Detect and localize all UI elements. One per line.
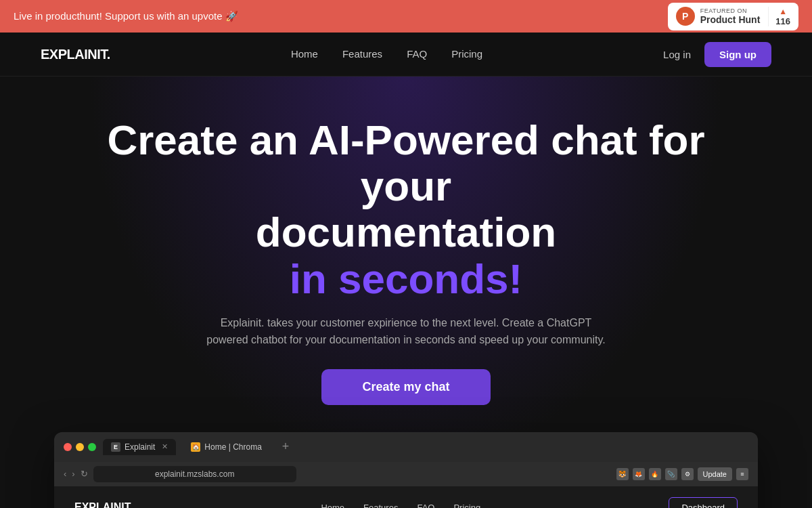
maximize-dot[interactable] [88, 443, 96, 451]
browser-menu-icon[interactable]: ≡ [736, 468, 748, 480]
inner-nav-pricing[interactable]: Pricing [453, 503, 480, 508]
inner-logo: EXPLAINIT. [74, 501, 133, 508]
browser-navigation: ‹ › ↻ explainit.mzslabs.com 🐯 🦊 🔥 📎 ⚙ Up… [54, 462, 758, 486]
product-hunt-text: FEATURED ON Product Hunt [700, 7, 761, 25]
nav-features[interactable]: Features [342, 48, 382, 60]
tab2-favicon: 🏠 [191, 442, 200, 452]
inner-nav-home[interactable]: Home [321, 503, 344, 508]
nav-faq[interactable]: FAQ [407, 48, 427, 60]
logo[interactable]: EXPLAINIT. [41, 47, 110, 62]
back-button[interactable]: ‹ [64, 469, 66, 479]
banner-text: Live in producthunt! Support us with an … [14, 10, 238, 22]
browser-mockup: E Explainit ✕ 🏠 Home | Chroma + ‹ › ↻ ex… [54, 432, 758, 508]
nav-pricing[interactable]: Pricing [451, 48, 482, 60]
main-navbar: EXPLAINIT. Home Features FAQ Pricing Log… [0, 33, 812, 77]
product-hunt-icon: P [676, 7, 695, 26]
signup-button[interactable]: Sign up [704, 42, 771, 67]
browser-icon-4[interactable]: 📎 [665, 468, 677, 480]
new-tab-button[interactable]: + [277, 440, 295, 454]
browser-icon-2[interactable]: 🦊 [633, 468, 645, 480]
nav-links: Home Features FAQ Pricing [291, 48, 482, 60]
browser-icon-1[interactable]: 🐯 [616, 468, 629, 480]
close-dot[interactable] [64, 443, 72, 451]
browser-icon-5[interactable]: ⚙ [681, 468, 694, 480]
address-bar[interactable]: explainit.mzslabs.com [93, 466, 296, 482]
browser-content: EXPLAINIT. Home Features FAQ Pricing Das… [54, 486, 758, 508]
inner-nav-faq[interactable]: FAQ [417, 503, 434, 508]
browser-icon-3[interactable]: 🔥 [649, 468, 661, 480]
forward-button[interactable]: › [72, 469, 74, 479]
hero-section: Create an AI-Powered chat for your docum… [0, 77, 812, 508]
window-controls [64, 443, 96, 451]
tab-close[interactable]: ✕ [162, 442, 168, 451]
inner-navbar: EXPLAINIT. Home Features FAQ Pricing Das… [54, 486, 758, 508]
tab-favicon: E [111, 442, 120, 452]
announcement-banner: Live in producthunt! Support us with an … [0, 0, 812, 33]
inner-nav-links: Home Features FAQ Pricing [321, 501, 480, 508]
inner-nav-features[interactable]: Features [363, 503, 398, 508]
browser-tab-active[interactable]: E Explainit ✕ [103, 439, 176, 455]
reload-button[interactable]: ↻ [81, 469, 88, 479]
product-hunt-count: ▲ 116 [768, 7, 790, 26]
minimize-dot[interactable] [76, 443, 84, 451]
browser-bar: E Explainit ✕ 🏠 Home | Chroma + [54, 432, 758, 462]
hero-title: Create an AI-Powered chat for your docum… [102, 117, 710, 302]
inner-dashboard-button[interactable]: Dashboard [669, 497, 738, 508]
create-chat-button[interactable]: Create my chat [321, 369, 490, 405]
hero-subtitle: Explainit. takes your customer expirienc… [203, 314, 609, 349]
hero-highlight: in seconds! [290, 255, 523, 302]
nav-home[interactable]: Home [291, 48, 318, 60]
product-hunt-link[interactable]: P FEATURED ON Product Hunt ▲ 116 [668, 3, 798, 30]
login-button[interactable]: Log in [663, 49, 691, 60]
nav-auth: Log in Sign up [663, 42, 771, 67]
browser-tab-chroma[interactable]: 🏠 Home | Chroma [183, 439, 269, 455]
update-button[interactable]: Update [698, 467, 732, 481]
browser-toolbar-icons: 🐯 🦊 🔥 📎 ⚙ Update ≡ [616, 467, 748, 481]
